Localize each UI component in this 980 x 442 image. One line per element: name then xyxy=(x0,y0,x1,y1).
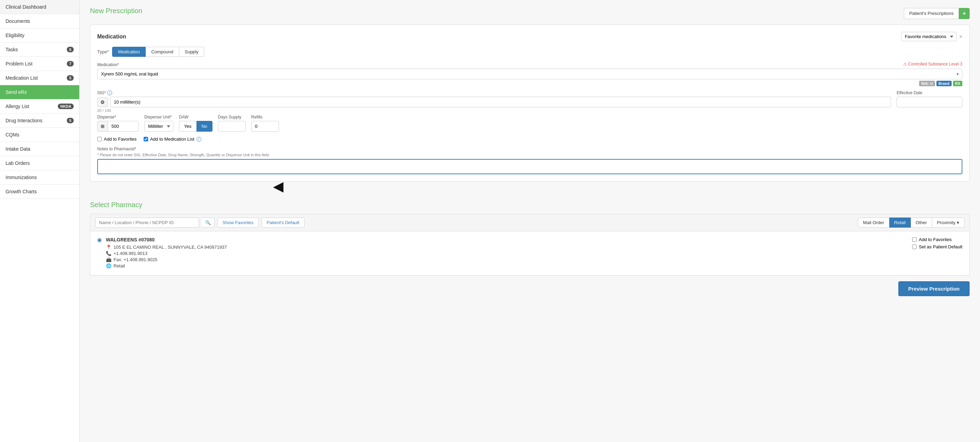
type-compound-button[interactable]: Compound xyxy=(146,47,179,57)
add-to-favorites-checkbox[interactable] xyxy=(97,137,102,141)
filter-other-button[interactable]: Other xyxy=(911,217,932,228)
sidebar-item-label-documents: Documents xyxy=(6,18,30,24)
dispense-unit-group: Dispense Unit* Milliliter xyxy=(144,115,173,132)
sidebar-item-label-growth-charts: Growth Charts xyxy=(6,189,37,194)
add-to-med-list-info-icon[interactable]: i xyxy=(197,137,201,142)
pharmacy-phone-icon: 📞 xyxy=(106,251,111,256)
sidebar-item-label-immunizations: Immunizations xyxy=(6,175,37,180)
type-medication-button[interactable]: Medication xyxy=(112,47,146,57)
dispense-label: Dispense* xyxy=(97,115,139,120)
sidebar-item-allergy-list[interactable]: Allergy ListNKDA xyxy=(0,99,79,113)
sig-gear-button[interactable]: ⚙ xyxy=(97,97,108,107)
pharmacy-fax-icon: 📠 xyxy=(106,257,111,262)
sidebar-item-drug-interactions[interactable]: Drug Interactions5 xyxy=(0,113,79,128)
filter-proximity-button[interactable]: Proximity ▾ xyxy=(932,217,964,228)
dispense-input[interactable] xyxy=(108,121,139,132)
arrow-annotation: ◀ xyxy=(90,179,970,194)
sidebar-item-lab-orders[interactable]: Lab Orders xyxy=(0,156,79,171)
dispense-calculator-button[interactable]: ⊞ xyxy=(97,121,108,132)
add-to-favorites-label[interactable]: Add to Favorites xyxy=(97,136,137,142)
effective-date-input[interactable] xyxy=(897,97,963,107)
sidebar-item-clinical-dashboard[interactable]: Clinical Dashboard xyxy=(0,0,79,14)
add-to-favorites-pharmacy-label[interactable]: Add to Favorites xyxy=(912,237,951,242)
show-favorites-button[interactable]: Show Favorites xyxy=(217,217,259,228)
medication-card-header: Medication Favorite medications × xyxy=(97,32,963,41)
type-row: Type* Medication Compound Supply xyxy=(97,47,963,57)
sidebar-item-problem-list[interactable]: Problem List7 xyxy=(0,57,79,71)
notes-textarea[interactable] xyxy=(97,159,963,174)
pharmacy-fax-text: Fax: +1.408.991.9025 xyxy=(113,257,158,262)
daw-yes-button[interactable]: Yes xyxy=(179,121,197,132)
add-to-med-list-checkbox[interactable] xyxy=(143,137,148,141)
sidebar-item-label-send-erx: Send eRx xyxy=(6,89,27,95)
close-medication-card-button[interactable]: × xyxy=(959,34,963,40)
type-supply-button[interactable]: Supply xyxy=(179,47,205,57)
sidebar: Clinical DashboardDocumentsEligibilityTa… xyxy=(0,0,80,442)
pharmacy-search-button[interactable]: 🔍 xyxy=(202,217,215,228)
sidebar-item-immunizations[interactable]: Immunizations xyxy=(0,171,79,185)
pharmacy-search-input[interactable] xyxy=(95,217,199,228)
set-as-default-label[interactable]: Set as Patient Default xyxy=(912,244,963,249)
checkbox-row: Add to Favorites Add to Medication List … xyxy=(97,136,963,142)
add-to-med-list-text: Add to Medication List xyxy=(150,136,194,142)
sidebar-item-medication-list[interactable]: Medication List5 xyxy=(0,71,79,85)
sidebar-item-label-lab-orders: Lab Orders xyxy=(6,160,30,166)
daw-label: DAW xyxy=(179,115,212,120)
sidebar-item-cqms[interactable]: CQMs xyxy=(0,128,79,142)
days-supply-input[interactable] xyxy=(218,121,246,132)
medication-input-wrapper: ▼ xyxy=(97,69,963,79)
sidebar-item-growth-charts[interactable]: Growth Charts xyxy=(0,185,79,199)
new-prescription-title: New Prescription xyxy=(90,7,142,15)
proximity-chevron-icon: ▾ xyxy=(957,220,959,225)
pharmacy-filter-buttons: Mail Order Retail Other Proximity ▾ xyxy=(858,217,964,228)
dispense-input-wrapper: ⊞ xyxy=(97,121,139,132)
pharmacy-type: 🌐 Retail xyxy=(106,263,908,268)
add-to-favorites-text: Add to Favorites xyxy=(104,136,137,142)
add-prescription-button[interactable]: + xyxy=(959,8,970,19)
sidebar-item-label-medication-list: Medication List xyxy=(6,75,38,81)
sidebar-item-tasks[interactable]: Tasks6 xyxy=(0,43,79,57)
pharmacy-fax: 📠 Fax: +1.408.991.9025 xyxy=(106,257,908,262)
filter-mail-order-button[interactable]: Mail Order xyxy=(858,217,889,228)
sidebar-badge-medication-list: 5 xyxy=(67,75,74,81)
patients-prescriptions-button[interactable]: Patient's Prescriptions xyxy=(904,8,959,19)
pharmacy-search-row: 🔍 Show Favorites Patient's Default Mail … xyxy=(90,214,970,231)
sidebar-item-send-erx[interactable]: Send eRx xyxy=(0,85,79,99)
sig-info-icon[interactable]: i xyxy=(107,90,112,95)
sidebar-item-eligibility[interactable]: Eligibility xyxy=(0,29,79,43)
pharmacy-radio-walgreens[interactable] xyxy=(97,238,102,243)
set-as-default-text: Set as Patient Default xyxy=(919,244,963,249)
add-to-med-list-label[interactable]: Add to Medication List i xyxy=(143,136,201,142)
effective-date-label: Effective Date xyxy=(897,90,963,95)
sig-input[interactable] xyxy=(110,97,891,107)
pharmacy-type-icon: 🌐 xyxy=(106,263,111,268)
refills-input[interactable] xyxy=(251,121,279,132)
favorite-medications-select[interactable]: Favorite medications xyxy=(901,32,956,41)
add-to-favorites-pharmacy-checkbox[interactable] xyxy=(912,237,917,242)
daw-no-button[interactable]: No xyxy=(197,121,212,132)
preview-prescription-button[interactable]: Preview Prescription xyxy=(898,281,970,296)
type-label: Type* xyxy=(97,49,109,54)
days-supply-label: Days Supply xyxy=(218,115,246,120)
refills-label: Refills xyxy=(251,115,279,120)
effective-date-group: Effective Date xyxy=(897,90,963,107)
sidebar-item-label-clinical-dashboard: Clinical Dashboard xyxy=(6,4,46,10)
medication-card: Medication Favorite medications × Type* … xyxy=(90,25,970,182)
pharmacy-type-text: Retail xyxy=(113,263,125,268)
medication-input[interactable] xyxy=(97,69,963,79)
set-as-default-checkbox[interactable] xyxy=(912,244,917,249)
pharmacy-info-walgreens: WALGREENS #07080 📍 105 E EL CAMINO REAL … xyxy=(106,237,908,270)
add-to-favorites-pharmacy-text: Add to Favorites xyxy=(919,237,951,242)
sig-effective-date-row: SIG* i ⚙ 20 / 140 Effective Date xyxy=(97,90,963,113)
sig-label: SIG* i xyxy=(97,90,891,95)
sidebar-item-intake-data[interactable]: Intake Data xyxy=(0,142,79,156)
arrow-icon: ◀ xyxy=(274,179,283,194)
dispense-unit-select[interactable]: Milliliter xyxy=(144,121,173,132)
dispense-unit-label: Dispense Unit* xyxy=(144,115,173,120)
patients-default-button[interactable]: Patient's Default xyxy=(262,217,304,228)
sidebar-badge-tasks: 6 xyxy=(67,47,74,52)
filter-retail-button[interactable]: Retail xyxy=(889,217,911,228)
pharmacy-phone-text: +1.408.991.9013 xyxy=(113,251,147,256)
sidebar-item-documents[interactable]: Documents xyxy=(0,14,79,29)
sidebar-item-label-drug-interactions: Drug Interactions xyxy=(6,118,43,123)
